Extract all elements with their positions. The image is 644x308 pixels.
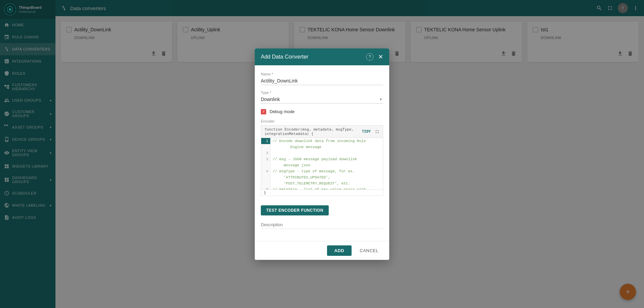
description-field <box>261 221 383 229</box>
type-field: Type * Downlink Uplink ▾ <box>261 91 383 104</box>
modal-overlay[interactable]: Add Data Converter ? ✕ Name * Type * Dow… <box>0 0 644 308</box>
test-encoder-button[interactable]: TEST ENCODER FUNCTION <box>261 205 329 215</box>
type-select-wrap: Downlink Uplink ▾ <box>261 95 383 104</box>
fullscreen-icon[interactable] <box>375 129 379 134</box>
modal-header: Add Data Converter ? ✕ <box>255 48 389 65</box>
modal-footer: ADD CANCEL <box>255 241 389 260</box>
debug-checkbox[interactable]: ✓ <box>261 109 266 114</box>
code-line: 'POST_TELEMETRY_REQUEST', etc. <box>261 180 383 186</box>
code-line: 4 // msgType - type of message, for ex. <box>261 168 383 174</box>
name-field: Name * <box>261 72 383 85</box>
encoder-function-signature: function Encoder(msg, metadata, msgType,… <box>265 127 362 136</box>
closing-brace: } <box>261 190 383 196</box>
debug-label: Debug mode <box>270 109 294 114</box>
description-input[interactable] <box>261 221 383 229</box>
type-select[interactable]: Downlink Uplink <box>261 95 383 103</box>
code-line: message json <box>261 162 383 168</box>
code-line: 2 <box>261 150 383 156</box>
code-line: 'ATTRIBUTES_UPDATED', <box>261 174 383 180</box>
modal-body: Name * Type * Downlink Uplink ▾ ✓ Debug … <box>255 65 389 241</box>
add-button[interactable]: ADD <box>327 245 352 256</box>
code-line: Engine message <box>261 144 383 150</box>
code-line: 3 // msg - JSON message payload downlink <box>261 156 383 162</box>
cancel-button[interactable]: CANCEL <box>355 245 383 256</box>
help-icon[interactable]: ? <box>366 53 373 61</box>
debug-mode-row: ✓ Debug mode <box>261 109 383 114</box>
add-data-converter-modal: Add Data Converter ? ✕ Name * Type * Dow… <box>255 48 389 260</box>
modal-title: Add Data Converter <box>261 54 363 60</box>
encoder-label: Encoder <box>261 119 383 123</box>
name-label: Name * <box>261 72 383 76</box>
tidy-button[interactable]: TIDY <box>362 129 371 134</box>
encoder-function-bar: function Encoder(msg, metadata, msgType,… <box>261 125 383 138</box>
code-line: 1 // Encode downlink data from incoming … <box>261 138 383 144</box>
encoder-field: Encoder function Encoder(msg, metadata, … <box>261 119 383 196</box>
name-input[interactable] <box>261 77 383 85</box>
type-label: Type * <box>261 91 383 95</box>
code-line: 5 // metadata - list of key-value pairs … <box>261 186 383 190</box>
modal-close-button[interactable]: ✕ <box>378 53 383 61</box>
code-editor[interactable]: 1 // Encode downlink data from incoming … <box>261 138 383 190</box>
